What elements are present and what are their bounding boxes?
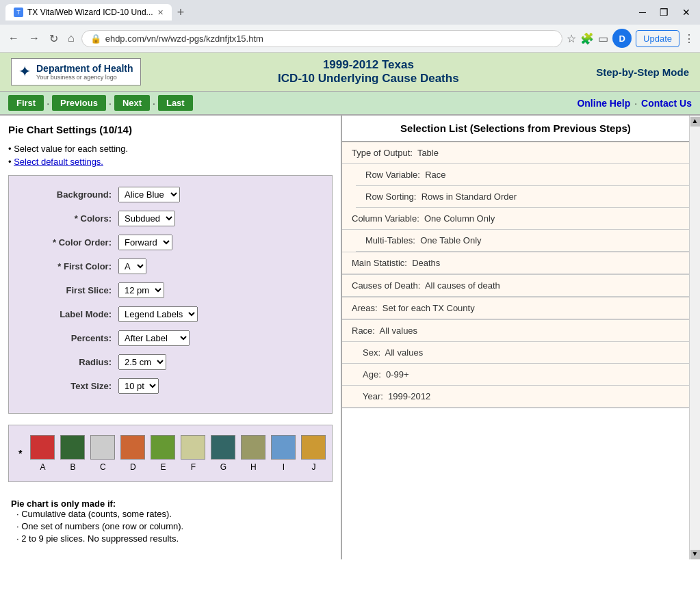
label-mode-select[interactable]: Legend LabelsPie LabelsNone [118,306,198,322]
home-button[interactable]: ⌂ [65,29,77,47]
selection-race: Race: All values [342,320,689,342]
pie-note-title: Pie chart is only made if: [11,499,330,509]
reload-button[interactable]: ↻ [47,29,61,48]
text-size-label: Text Size: [23,381,112,391]
color-swatches: * A B C D E [8,425,333,482]
lock-icon: 🔒 [90,34,101,44]
restore-icon[interactable]: ❒ [656,5,673,19]
first-button[interactable]: First [8,95,44,111]
contact-us-link[interactable]: Contact Us [641,98,692,109]
first-slice-row: First Slice: 12 pm3 pm6 pm9 pm [23,282,318,298]
swatch-F: F [181,435,205,472]
color-order-select[interactable]: Forward Reverse [118,235,172,250]
pie-note-item-3: 2 to 9 pie slices. No suppressed results… [16,533,330,544]
nav-buttons: First · Previous · Next · Last [8,95,193,111]
first-slice-label: First Slice: [23,285,112,295]
title-line1: 1999-2012 Texas [278,58,459,72]
radius-select[interactable]: 2.5 cm3 cm3.5 cm4 cm [118,354,166,370]
selection-row-sorting: Row Sorting: Rows in Standard Order [356,186,689,208]
background-label: Background: [23,189,112,200]
colors-row: * Colors: Subdued Bright Pastel Custom [23,211,318,226]
next-button[interactable]: Next [114,95,150,111]
percents-select[interactable]: After LabelBefore LabelNone [118,330,190,346]
colors-label: * Colors: [23,213,112,224]
first-slice-select[interactable]: 12 pm3 pm6 pm9 pm [118,282,164,298]
tab-close-icon[interactable]: ✕ [157,8,164,17]
colors-select[interactable]: Subdued Bright Pastel Custom [118,211,175,226]
selection-age: Age: 0-99+ [342,364,689,386]
nav-help: Online Help · Contact Us [577,98,692,109]
first-color-label: * First Color: [23,261,112,271]
text-size-select[interactable]: 10 pt12 pt14 pt [118,378,159,394]
first-color-row: * First Color: ABCD EFGH IJ [23,258,318,274]
swatch-A: A [30,435,55,472]
swatch-C: C [90,435,115,472]
color-order-row: * Color Order: Forward Reverse [23,235,318,250]
swatch-asterisk: * [18,448,22,459]
selection-header: Selection List (Selections from Previous… [342,116,689,142]
scrollbar[interactable]: ▲ ▼ [689,116,700,559]
pie-note: Pie chart is only made if: Cumulative da… [8,493,333,551]
background-row: Background: Alice Blue White Light Gray … [23,187,318,202]
left-panel: Pie Chart Settings (10/14) Select value … [0,116,342,559]
settings-form: Background: Alice Blue White Light Gray … [8,175,333,414]
last-button[interactable]: Last [158,95,193,111]
swatch-E: E [151,435,175,472]
selection-sex: Sex: All values [342,342,689,364]
new-tab-button[interactable]: + [177,5,185,20]
right-panel: Selection List (Selections from Previous… [342,116,689,559]
selection-type-output: Type of Output: Table [342,142,689,164]
dept-name: Department of Health [36,63,133,74]
swatch-D: D [120,435,145,472]
update-button[interactable]: Update [636,30,679,47]
dept-logo-icon: ✦ [18,63,31,81]
background-select[interactable]: Alice Blue White Light Gray Ivory [118,187,180,202]
selection-main-statistic: Main Statistic: Deaths [342,252,689,275]
percents-row: Percents: After LabelBefore LabelNone [23,330,318,346]
extension-icon[interactable]: 🧩 [580,32,594,45]
selection-row-variable: Row Variable: Race [356,164,689,186]
color-order-label: * Color Order: [23,237,112,248]
sidebar-icon[interactable]: ▭ [598,32,608,45]
selection-column-variable: Column Variable: One Column Only [342,208,689,230]
first-color-select[interactable]: ABCD EFGH IJ [118,258,146,274]
url-display[interactable]: ehdp.com/vn/rw/wzd-pgs/kzdnfjtx15.htm [105,34,554,44]
instructions: Select value for each setting. Select de… [8,144,333,167]
scroll-up-icon[interactable]: ▲ [690,117,700,127]
page-title: 1999-2012 Texas ICD-10 Underlying Cause … [278,58,459,85]
selection-causes-death: Causes of Death: All causes of death [342,275,689,297]
close-icon[interactable]: ✕ [678,5,695,19]
pie-note-item-2: One set of numbers (one row or column). [16,521,330,531]
selection-multi-tables: Multi-Tables: One Table Only [356,230,689,252]
panel-title: Pie Chart Settings (10/14) [8,124,333,135]
swatch-I: I [271,435,296,472]
swatch-H: H [241,435,265,472]
dept-sub: Your business or agency logo [36,74,133,81]
selection-areas: Areas: Set for each TX County [342,297,689,320]
forward-button[interactable]: → [26,29,42,47]
swatch-G: G [211,435,235,472]
instruction2-link[interactable]: Select default settings. [14,157,103,167]
step-mode-label: Step-by-Step Mode [596,66,689,78]
label-mode-row: Label Mode: Legend LabelsPie LabelsNone [23,306,318,322]
back-button[interactable]: ← [5,29,22,47]
swatch-J: J [301,435,326,472]
title-line2: ICD-10 Underlying Cause Deaths [278,72,459,85]
selection-year: Year: 1999-2012 [342,386,689,408]
radius-row: Radius: 2.5 cm3 cm3.5 cm4 cm [23,354,318,370]
pie-note-item-1: Cumulative data (counts, some rates). [16,509,330,519]
tab-title: TX VitalWeb Wizard ICD-10 Und... [27,8,153,17]
dept-logo: ✦ Department of Health Your business or … [11,58,141,85]
scroll-down-icon[interactable]: ▼ [690,550,700,559]
instruction1: Select value for each setting. [8,144,333,154]
bookmark-icon[interactable]: ☆ [567,32,576,45]
menu-icon[interactable]: ⋮ [684,32,695,45]
percents-label: Percents: [23,333,112,343]
previous-button[interactable]: Previous [52,95,106,111]
label-mode-label: Label Mode: [23,309,112,319]
online-help-link[interactable]: Online Help [577,98,630,109]
swatch-B: B [60,435,85,472]
profile-button[interactable]: D [612,29,632,48]
text-size-row: Text Size: 10 pt12 pt14 pt [23,378,318,394]
minimize-icon[interactable]: ─ [635,5,650,19]
